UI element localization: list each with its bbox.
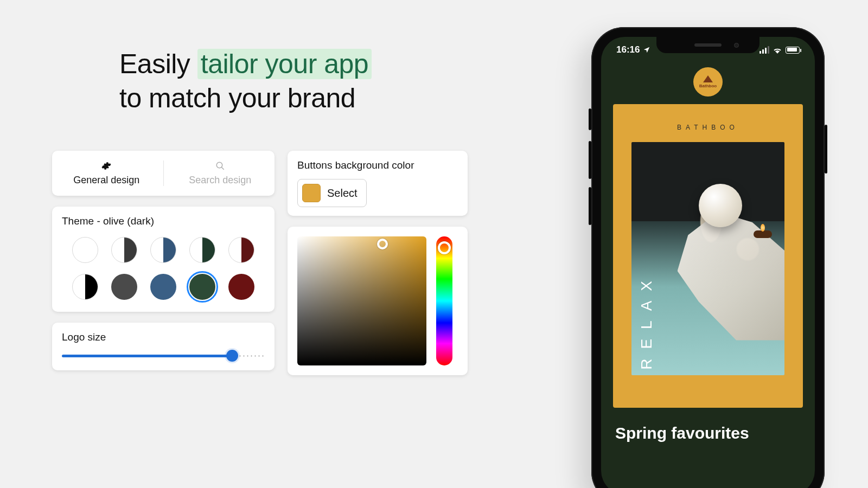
right-column: Buttons background color Select [288,151,468,386]
theme-swatch-forest[interactable] [189,237,215,263]
hero-banner: BATHBOO RELAX [613,104,803,408]
phone-side-button [589,141,591,179]
phone-side-button [825,125,827,174]
slider-track-active [62,355,232,357]
hero-image-bathbomb [699,184,742,227]
phone-mockup: 16:16 Bathboo BATHBOO RELAX [591,27,825,488]
left-column: General design Search design Theme - oli… [52,151,275,381]
headline-pre: Easily [119,49,197,79]
theme-swatch-white[interactable] [72,237,98,263]
signal-icon [760,46,769,54]
sv-picker-handle[interactable] [377,239,388,249]
brand-mark-icon [703,75,713,82]
theme-swatch-charcoal-full[interactable] [111,274,137,300]
speaker-icon [694,43,722,47]
button-bg-select[interactable]: Select [297,179,367,207]
design-tabs-card: General design Search design [52,151,275,196]
location-icon [643,46,650,54]
theme-swatch-maroon[interactable] [228,237,254,263]
battery-icon [786,47,800,54]
brand-name-small: Bathboo [699,84,717,88]
headline-line2: to match your brand [119,83,355,113]
hero-vertical-text: RELAX [638,271,655,370]
logo-size-card: Logo size [52,323,275,370]
theme-swatch-olive-dark[interactable] [189,274,215,300]
slider-track-remaining [234,355,265,357]
brand-logo: Bathboo [693,67,723,97]
tab-search-design[interactable]: Search design [166,160,275,186]
color-picker-card [288,227,468,375]
theme-card: Theme - olive (dark) [52,207,275,312]
theme-swatch-grid [62,235,265,303]
button-bg-chip [302,184,321,202]
svg-line-1 [221,167,224,170]
hue-slider[interactable] [436,236,452,365]
logo-size-title: Logo size [62,331,265,343]
headline-highlight: tailor your app [197,49,372,79]
phone-notch [656,37,760,53]
theme-swatch-steel-blue[interactable] [150,237,176,263]
button-bg-title: Buttons background color [297,159,458,171]
hero-image-candle [754,230,772,238]
phone-screen: 16:16 Bathboo BATHBOO RELAX [601,37,815,488]
logo-size-slider[interactable] [62,350,265,362]
camera-icon [734,43,739,48]
theme-swatch-steel-full[interactable] [150,274,176,300]
tab-general-design[interactable]: General design [52,160,161,186]
status-time: 16:16 [616,44,640,55]
tab-general-label: General design [73,175,139,186]
slider-thumb[interactable] [226,350,238,362]
phone-side-button [589,187,591,225]
theme-title: Theme - olive (dark) [62,215,265,227]
theme-swatch-charcoal[interactable] [111,237,137,263]
hue-slider-handle[interactable] [438,241,451,254]
wifi-icon [773,46,782,54]
button-bg-select-label: Select [327,187,358,200]
gear-icon [101,160,111,171]
theme-swatch-maroon-full[interactable] [228,274,254,300]
svg-point-0 [216,162,222,168]
search-icon [215,160,225,171]
section-title: Spring favourites [615,424,815,442]
tab-divider [163,160,164,186]
hero-tag: BATHBOO [631,124,784,131]
theme-swatch-black[interactable] [72,274,98,300]
tab-search-label: Search design [189,175,251,186]
sv-picker[interactable] [297,236,426,365]
headline: Easily tailor your app to match your bra… [119,47,372,115]
phone-side-button [589,108,591,130]
button-bg-card: Buttons background color Select [288,151,468,216]
app-preview: Bathboo BATHBOO RELAX Spring favourites [601,62,815,488]
